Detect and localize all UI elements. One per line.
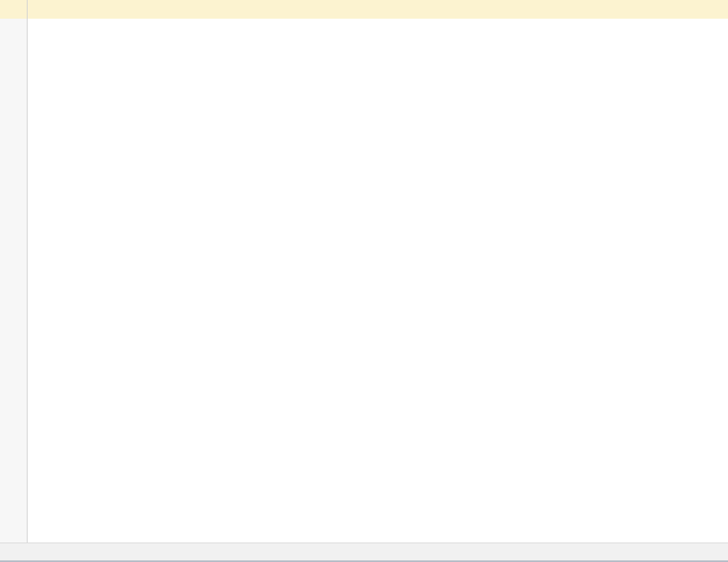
editor-root [0,0,728,562]
current-line-highlight [0,0,728,19]
gutter-separator [27,0,28,543]
gutter-background [0,0,27,543]
breadcrumb-bar [0,543,728,560]
